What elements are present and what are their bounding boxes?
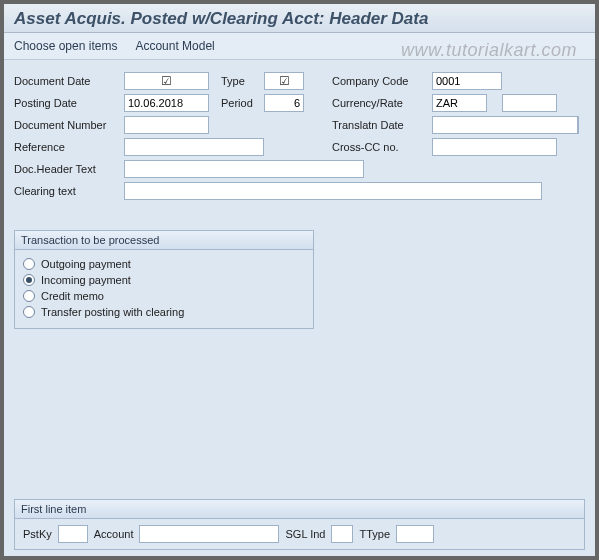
radio-incoming-payment[interactable]: Incoming payment	[23, 272, 305, 288]
company-code-input[interactable]	[432, 72, 502, 90]
header-wide-rows: Doc.Header Text Clearing text	[14, 160, 585, 204]
period-label: Period	[209, 97, 264, 109]
pstky-input[interactable]	[58, 525, 88, 543]
ttype-label: TType	[359, 528, 390, 540]
radio-label: Outgoing payment	[41, 258, 131, 270]
currency-rate-input[interactable]	[432, 94, 487, 112]
header-form: Document Date ☑ Type ☑ Company Code Post…	[14, 72, 585, 156]
currency-rate-extra-input[interactable]	[502, 94, 557, 112]
doc-header-text-label: Doc.Header Text	[14, 163, 124, 175]
translatn-date-label: Translatn Date	[332, 119, 432, 131]
pstky-label: PstKy	[23, 528, 52, 540]
title-bar: Asset Acquis. Posted w/Clearing Acct: He…	[4, 4, 595, 33]
reference-input[interactable]	[124, 138, 264, 156]
ttype-input[interactable]	[396, 525, 434, 543]
radio-outgoing-payment[interactable]: Outgoing payment	[23, 256, 305, 272]
account-model-button[interactable]: Account Model	[135, 39, 214, 53]
account-input[interactable]	[139, 525, 279, 543]
radio-transfer-posting[interactable]: Transfer posting with clearing	[23, 304, 305, 320]
required-check-icon: ☑	[161, 74, 172, 88]
company-code-label: Company Code	[332, 75, 432, 87]
document-number-label: Document Number	[14, 119, 124, 131]
currency-rate-label: Currency/Rate	[332, 97, 432, 109]
radio-icon	[23, 258, 35, 270]
radio-label: Transfer posting with clearing	[41, 306, 184, 318]
reference-label: Reference	[14, 141, 124, 153]
translatn-date-input[interactable]	[432, 116, 578, 134]
sgl-ind-input[interactable]	[331, 525, 353, 543]
type-input[interactable]: ☑	[264, 72, 304, 90]
type-label: Type	[209, 75, 264, 87]
required-check-icon: ☑	[279, 74, 290, 88]
document-date-input[interactable]: ☑	[124, 72, 209, 90]
cross-cc-no-input[interactable]	[432, 138, 557, 156]
translatn-date-search-icon[interactable]	[578, 116, 579, 134]
radio-icon	[23, 274, 35, 286]
transaction-group-title: Transaction to be processed	[15, 231, 313, 250]
radio-icon	[23, 290, 35, 302]
transaction-group: Transaction to be processed Outgoing pay…	[14, 230, 314, 329]
document-date-label: Document Date	[14, 75, 124, 87]
window-title: Asset Acquis. Posted w/Clearing Acct: He…	[14, 9, 428, 28]
clearing-text-label: Clearing text	[14, 185, 124, 197]
document-number-input[interactable]	[124, 116, 209, 134]
first-line-body: PstKy Account SGL Ind TType	[15, 519, 584, 549]
radio-label: Credit memo	[41, 290, 104, 302]
period-input[interactable]	[264, 94, 304, 112]
doc-header-text-input[interactable]	[124, 160, 364, 178]
account-label: Account	[94, 528, 134, 540]
choose-open-items-button[interactable]: Choose open items	[14, 39, 117, 53]
radio-icon	[23, 306, 35, 318]
transaction-group-body: Outgoing payment Incoming payment Credit…	[15, 250, 313, 328]
first-line-item-group: First line item PstKy Account SGL Ind TT…	[14, 499, 585, 550]
toolbar: Choose open items Account Model	[4, 33, 595, 60]
sgl-ind-label: SGL Ind	[285, 528, 325, 540]
app-window: Asset Acquis. Posted w/Clearing Acct: He…	[4, 4, 595, 556]
posting-date-input[interactable]	[124, 94, 209, 112]
content-area: Document Date ☑ Type ☑ Company Code Post…	[4, 60, 595, 556]
posting-date-label: Posting Date	[14, 97, 124, 109]
cross-cc-no-label: Cross-CC no.	[332, 141, 432, 153]
clearing-text-input[interactable]	[124, 182, 542, 200]
first-line-title: First line item	[15, 500, 584, 519]
radio-credit-memo[interactable]: Credit memo	[23, 288, 305, 304]
radio-label: Incoming payment	[41, 274, 131, 286]
